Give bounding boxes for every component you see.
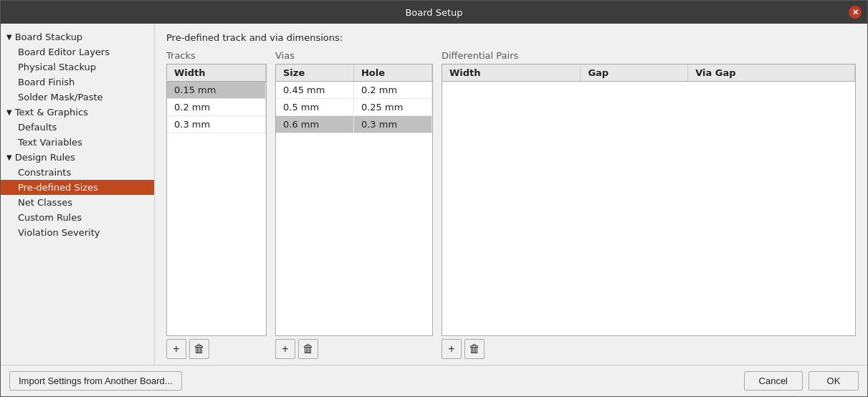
sidebar-item-label: Net Classes <box>18 197 72 208</box>
table-row[interactable]: 0.5 mm 0.25 mm <box>276 99 432 116</box>
vias-table-wrapper: Size Hole 0.45 mm 0.2 mm 0.5 m <box>275 64 433 336</box>
sidebar-group-label: Board Stackup <box>15 32 82 42</box>
content-area: Pre-defined track and via dimensions: Tr… <box>155 24 867 365</box>
sidebar-item-net-classes[interactable]: Net Classes <box>1 195 154 210</box>
diff-pairs-section: Differential Pairs Width Gap Via Gap <box>442 50 856 359</box>
sidebar-item-pre-defined-sizes[interactable]: Pre-defined Sizes <box>1 180 154 195</box>
sidebar-group-label: Design Rules <box>15 152 75 163</box>
table-row[interactable]: 0.45 mm 0.2 mm <box>276 82 432 99</box>
tracks-table: Width 0.15 mm 0.2 mm <box>167 64 266 133</box>
sidebar-item-label: Text Variables <box>18 137 82 148</box>
table-row[interactable]: 0.2 mm <box>167 99 266 116</box>
sidebar-item-text-variables[interactable]: Text Variables <box>1 135 154 150</box>
sidebar: ▼ Board Stackup Board Editor Layers Phys… <box>1 24 155 365</box>
sidebar-item-custom-rules[interactable]: Custom Rules <box>1 210 154 225</box>
vias-col-hole: Hole <box>353 64 431 82</box>
tracks-col-width: Width <box>167 64 266 82</box>
vias-table: Size Hole 0.45 mm 0.2 mm 0.5 m <box>276 64 432 133</box>
tracks-section: Tracks Width 0.15 mm <box>166 50 267 359</box>
sidebar-item-label: Violation Severity <box>18 227 100 238</box>
tracks-btn-row: + 🗑 <box>166 339 267 359</box>
import-settings-button[interactable]: Import Settings from Another Board... <box>9 371 182 391</box>
sidebar-item-constraints[interactable]: Constraints <box>1 165 154 180</box>
ok-button[interactable]: OK <box>809 371 859 391</box>
sidebar-item-board-stackup[interactable]: ▼ Board Stackup <box>1 29 154 44</box>
sidebar-item-physical-stackup[interactable]: Physical Stackup <box>1 59 154 75</box>
diff-col-via-gap: Via Gap <box>688 64 855 82</box>
sidebar-item-label: Defaults <box>18 122 57 133</box>
bottom-bar: Import Settings from Another Board... Ca… <box>1 365 867 396</box>
via-size-cell: 0.45 mm <box>276 82 353 99</box>
sidebar-item-solder-mask-paste[interactable]: Solder Mask/Paste <box>1 90 154 105</box>
track-width-cell: 0.15 mm <box>167 82 266 99</box>
tables-row: Tracks Width 0.15 mm <box>166 50 856 359</box>
via-hole-cell: 0.3 mm <box>353 116 431 133</box>
sidebar-item-label: Pre-defined Sizes <box>18 182 98 193</box>
track-width-cell: 0.3 mm <box>167 116 266 133</box>
diff-col-gap: Gap <box>581 64 688 82</box>
window-title: Board Setup <box>405 7 462 18</box>
diff-pairs-delete-button[interactable]: 🗑 <box>464 339 485 359</box>
arrow-icon: ▼ <box>6 153 12 161</box>
tracks-table-wrapper: Width 0.15 mm 0.2 mm <box>166 64 267 336</box>
vias-section: Vias Size Hole 0.45 mm <box>275 50 433 359</box>
sidebar-item-text-graphics[interactable]: ▼ Text & Graphics <box>1 105 154 120</box>
table-row[interactable]: 0.6 mm 0.3 mm <box>276 116 432 133</box>
arrow-icon: ▼ <box>6 108 12 116</box>
vias-title: Vias <box>275 50 433 61</box>
sidebar-item-board-editor-layers[interactable]: Board Editor Layers <box>1 44 154 59</box>
table-row[interactable]: 0.15 mm <box>167 82 266 99</box>
vias-col-size: Size <box>276 64 353 82</box>
tracks-add-button[interactable]: + <box>166 339 186 359</box>
arrow-icon: ▼ <box>6 33 12 41</box>
via-size-cell: 0.5 mm <box>276 99 353 116</box>
sidebar-item-label: Constraints <box>18 167 71 178</box>
sidebar-item-violation-severity[interactable]: Violation Severity <box>1 225 154 240</box>
close-button[interactable]: ✕ <box>849 6 862 19</box>
title-bar: Board Setup ✕ <box>1 1 867 24</box>
tracks-delete-button[interactable]: 🗑 <box>189 339 209 359</box>
bottom-right-buttons: Cancel OK <box>744 371 859 391</box>
diff-pairs-btn-row: + 🗑 <box>442 339 856 359</box>
diff-col-width: Width <box>442 64 581 82</box>
diff-pairs-title: Differential Pairs <box>442 50 856 61</box>
section-title: Pre-defined track and via dimensions: <box>166 32 856 43</box>
table-row[interactable]: 0.3 mm <box>167 116 266 133</box>
sidebar-item-board-finish[interactable]: Board Finish <box>1 75 154 90</box>
board-setup-window: Board Setup ✕ ▼ Board Stackup Board Edit… <box>0 0 868 397</box>
track-width-cell: 0.2 mm <box>167 99 266 116</box>
diff-pairs-table: Width Gap Via Gap <box>442 64 855 82</box>
sidebar-item-design-rules[interactable]: ▼ Design Rules <box>1 150 154 165</box>
sidebar-item-label: Solder Mask/Paste <box>18 92 103 102</box>
sidebar-item-label: Board Finish <box>18 77 75 87</box>
sidebar-item-label: Custom Rules <box>18 212 82 223</box>
tracks-title: Tracks <box>166 50 267 61</box>
diff-pairs-table-wrapper: Width Gap Via Gap <box>442 64 856 336</box>
vias-add-button[interactable]: + <box>275 339 295 359</box>
sidebar-group-label: Text & Graphics <box>15 107 88 118</box>
cancel-button[interactable]: Cancel <box>744 371 803 391</box>
sidebar-item-label: Physical Stackup <box>18 62 96 72</box>
main-content: ▼ Board Stackup Board Editor Layers Phys… <box>1 24 867 365</box>
via-hole-cell: 0.25 mm <box>353 99 431 116</box>
diff-pairs-add-button[interactable]: + <box>442 339 462 359</box>
sidebar-item-label: Board Editor Layers <box>18 47 110 57</box>
sidebar-item-defaults[interactable]: Defaults <box>1 120 154 135</box>
via-size-cell: 0.6 mm <box>276 116 353 133</box>
vias-btn-row: + 🗑 <box>275 339 433 359</box>
via-hole-cell: 0.2 mm <box>353 82 431 99</box>
vias-delete-button[interactable]: 🗑 <box>298 339 318 359</box>
